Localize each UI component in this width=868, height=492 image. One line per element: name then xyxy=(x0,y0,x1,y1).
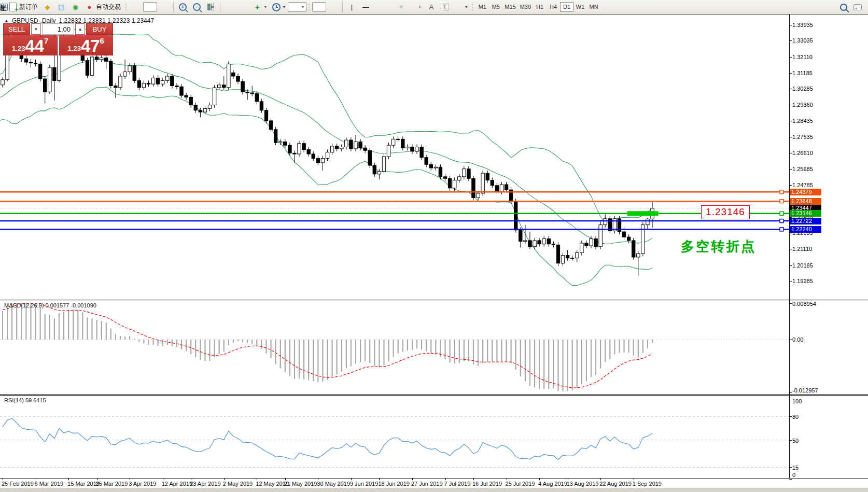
indicators-button[interactable]: + ▾ xyxy=(250,2,269,12)
bull-candle xyxy=(406,147,409,148)
chat-icon[interactable] xyxy=(853,3,862,11)
time-tick-mark xyxy=(68,478,69,480)
toolbar-grip[interactable] xyxy=(308,3,311,12)
pane-separator[interactable] xyxy=(0,394,868,395)
timeframe-m15[interactable]: M15 xyxy=(502,2,517,12)
line-handle[interactable] xyxy=(780,219,783,223)
toolbar-grip[interactable] xyxy=(125,3,128,12)
price-tick-label: 1.25685 xyxy=(792,166,813,172)
macd-tick-label: 0.00 xyxy=(792,336,803,343)
time-tick-mark xyxy=(318,478,318,480)
collapse-icon[interactable]: ▲ xyxy=(4,18,9,23)
timeframe-m1[interactable]: M1 xyxy=(475,2,489,12)
bull-candle xyxy=(542,239,545,244)
candlestick-chart-button[interactable] xyxy=(143,2,157,12)
channel-tool-button[interactable]: E xyxy=(387,2,405,12)
bull-candle xyxy=(377,172,381,174)
price-callout-label[interactable]: 1.23146 xyxy=(701,205,750,219)
timeframe-d1[interactable]: D1 xyxy=(560,2,573,12)
rsi-tick-label: 100 xyxy=(792,398,802,404)
line-chart-button[interactable] xyxy=(157,2,171,12)
bull-candle xyxy=(576,253,579,258)
bar-chart-button[interactable] xyxy=(129,2,143,12)
template-icon xyxy=(290,3,299,11)
signals-button[interactable]: ◉ xyxy=(68,2,82,12)
bear-candle xyxy=(105,58,108,62)
zoom-out-button[interactable]: − xyxy=(190,2,204,12)
volume-increase-button[interactable]: ▲ xyxy=(75,23,85,35)
timeframe-h1[interactable]: H1 xyxy=(533,2,547,12)
pane-separator[interactable] xyxy=(0,300,868,300)
templates-button[interactable]: ▾ xyxy=(288,2,306,12)
bear-candle xyxy=(552,244,555,245)
auto-trading-button[interactable]: ● 自动交易 xyxy=(82,2,123,12)
price-tick-label: 1.32110 xyxy=(792,54,813,60)
timeframe-mn[interactable]: MN xyxy=(587,2,600,12)
auto-scroll-button[interactable] xyxy=(222,2,236,12)
bull-candle xyxy=(354,142,357,148)
timeframe-m30[interactable]: M30 xyxy=(518,2,533,12)
clock-icon xyxy=(272,3,281,11)
price-tick-mark xyxy=(789,57,792,58)
bull-candle xyxy=(119,76,122,88)
vertical-line-tool-button[interactable]: | xyxy=(345,2,359,12)
turning-point-note[interactable]: 多空转折点 xyxy=(681,237,756,256)
timeframe-w1[interactable]: W1 xyxy=(573,2,587,12)
price-tick-mark xyxy=(789,73,792,74)
new-order-label: 新订单 xyxy=(19,3,38,11)
crosshair-tool-button[interactable] xyxy=(326,2,340,12)
turning-point-highlight[interactable] xyxy=(627,211,659,216)
time-label: 3 Apr 2019 xyxy=(129,481,156,487)
fibonacci-tool-button[interactable]: F xyxy=(405,2,424,12)
line-handle[interactable] xyxy=(780,190,783,194)
bull-candle xyxy=(580,243,583,253)
buy-price-box[interactable]: 1.23476 xyxy=(59,35,114,55)
cursor-tool-button[interactable] xyxy=(312,2,326,12)
line-handle[interactable] xyxy=(780,212,783,215)
bear-candle xyxy=(137,80,141,87)
rsi-pane[interactable] xyxy=(0,396,789,478)
periods-button[interactable]: ▾ xyxy=(269,2,288,12)
trendline-tool-button[interactable] xyxy=(373,2,387,12)
new-order-button[interactable]: + 新订单 xyxy=(6,2,40,12)
price-tick-mark xyxy=(789,25,792,25)
search-icon[interactable] xyxy=(839,3,848,11)
buy-price-prefix: 1.23 xyxy=(68,45,81,52)
bear-candle xyxy=(486,173,489,180)
line-handle[interactable] xyxy=(780,228,783,231)
buy-button[interactable]: BUY xyxy=(86,23,113,35)
price-tick-mark xyxy=(789,265,792,266)
macd-pane[interactable] xyxy=(0,301,789,394)
toolbar-grip[interactable] xyxy=(471,3,474,12)
line-handle[interactable] xyxy=(780,200,783,203)
shapes-tool-button[interactable]: ▾ xyxy=(451,2,470,12)
price-tick-label: 1.28435 xyxy=(792,118,813,124)
bear-candle xyxy=(307,150,310,154)
market-watch-button[interactable]: ◆ xyxy=(40,2,54,12)
time-label: 30 May 2019 xyxy=(317,481,350,487)
bull-candle xyxy=(100,58,103,60)
time-label: 15 Mar 2019 xyxy=(67,481,100,487)
label-tool-button[interactable]: T xyxy=(438,2,451,12)
time-label: 21 May 2019 xyxy=(284,481,317,487)
timeframe-h4[interactable]: H4 xyxy=(547,2,560,12)
horizontal-line-tool-button[interactable]: — xyxy=(359,2,373,12)
volume-input[interactable]: 1.00 xyxy=(42,23,74,35)
price-tick-mark xyxy=(789,89,792,89)
data-window-button[interactable]: ▤ xyxy=(54,2,68,12)
bull-candle xyxy=(533,241,536,247)
timeframe-m5[interactable]: M5 xyxy=(489,2,502,12)
chart-shift-button[interactable] xyxy=(236,2,250,12)
price-tick-label: 1.21110 xyxy=(792,246,812,252)
volume-decrease-button[interactable]: ▼ xyxy=(31,23,41,35)
tile-windows-button[interactable] xyxy=(204,2,218,12)
zoom-in-button[interactable]: + xyxy=(176,2,190,12)
text-tool-button[interactable]: A xyxy=(424,2,438,12)
periods-caret-icon: ▾ xyxy=(283,5,285,9)
bear-candle xyxy=(448,178,451,188)
label-tool-icon: T xyxy=(441,3,449,11)
sell-button[interactable]: SELL xyxy=(3,23,30,35)
bear-candle xyxy=(514,201,517,230)
sell-price-box[interactable]: 1.23447 xyxy=(3,35,58,55)
bear-candle xyxy=(288,145,291,153)
